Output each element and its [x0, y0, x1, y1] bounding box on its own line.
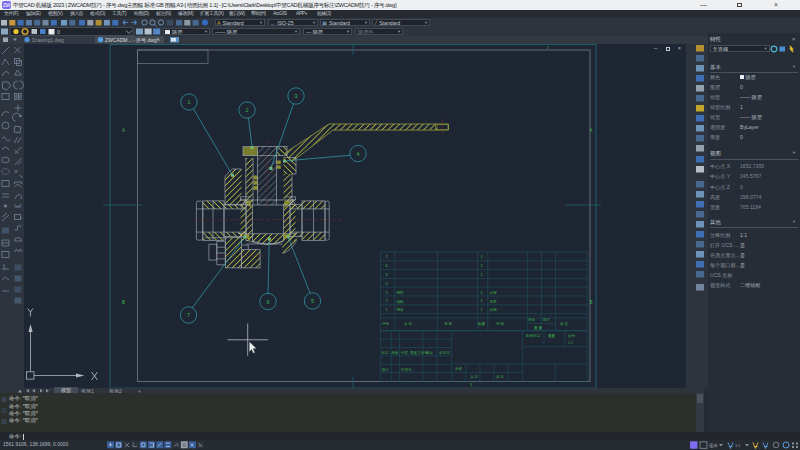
svg-text:1: 1 — [385, 307, 388, 312]
svg-text:阶段标记: 阶段标记 — [526, 332, 541, 337]
svg-text:备 注: 备 注 — [560, 320, 569, 325]
svg-text:分区: 分区 — [401, 351, 409, 355]
svg-text:5: 5 — [385, 272, 388, 277]
svg-text:单件: 单件 — [528, 318, 536, 322]
svg-text:数量: 数量 — [478, 321, 486, 325]
svg-text:Drawing1.dwg: Drawing1.dwg — [32, 37, 64, 43]
svg-text:批准: 批准 — [455, 367, 463, 371]
svg-text:重量: 重量 — [548, 332, 556, 337]
svg-text:ZWCADM... - 序号.dwg*: ZWCADM... - 序号.dwg* — [105, 37, 159, 44]
svg-text:重 量: 重 量 — [534, 324, 543, 329]
svg-text:2: 2 — [546, 45, 549, 50]
svg-text:1:1: 1:1 — [568, 341, 573, 345]
svg-text:第 张: 第 张 — [496, 374, 505, 378]
svg-text:1: 1 — [480, 289, 483, 294]
svg-text:×: × — [157, 37, 160, 43]
svg-text:规 格: 规 格 — [444, 320, 453, 325]
svg-text:填料: 填料 — [395, 299, 404, 303]
svg-text:设计: 设计 — [381, 366, 389, 371]
svg-text:2: 2 — [385, 298, 388, 303]
svg-text:5: 5 — [311, 298, 314, 304]
svg-text:总计: 总计 — [541, 318, 550, 322]
svg-text:标准化: 标准化 — [400, 366, 412, 371]
svg-text:3: 3 — [294, 93, 297, 99]
svg-text:1: 1 — [480, 263, 483, 268]
svg-text:共 张: 共 张 — [470, 374, 479, 378]
svg-text:7: 7 — [187, 312, 190, 318]
svg-text:A: A — [122, 127, 125, 132]
svg-text:B: B — [122, 300, 125, 305]
svg-text:黄铜: 黄铜 — [489, 289, 497, 294]
svg-text:阀杆: 阀杆 — [396, 290, 404, 294]
svg-text:1: 1 — [480, 307, 483, 312]
svg-text:毫米: 毫米 — [709, 443, 719, 448]
svg-text:序号: 序号 — [382, 320, 390, 325]
svg-text:3: 3 — [385, 289, 388, 294]
svg-text:黄铜: 黄铜 — [489, 307, 497, 312]
svg-text:1: 1 — [480, 272, 483, 277]
svg-text:标记: 标记 — [380, 350, 389, 355]
svg-text:6: 6 — [266, 298, 269, 304]
svg-text:比例: 比例 — [568, 333, 576, 337]
svg-text:1:1: 1:1 — [735, 443, 741, 448]
svg-text:年月日: 年月日 — [439, 351, 450, 355]
svg-text:石墨: 石墨 — [489, 299, 497, 303]
svg-text:1: 1 — [187, 99, 190, 105]
svg-text:0: 0 — [57, 29, 60, 35]
svg-text:名 称: 名 称 — [404, 321, 413, 325]
svg-text:4: 4 — [385, 280, 388, 285]
svg-text:签名: 签名 — [426, 351, 433, 355]
svg-text:A: A — [589, 127, 592, 132]
svg-text:1: 1 — [480, 254, 483, 259]
svg-text:2: 2 — [245, 107, 248, 113]
svg-text:3: 3 — [470, 383, 472, 387]
svg-text:4: 4 — [356, 150, 359, 156]
svg-text:1: 1 — [480, 298, 483, 303]
svg-text:阀体: 阀体 — [396, 308, 404, 312]
svg-text:材 料: 材 料 — [496, 321, 505, 325]
svg-text:6: 6 — [385, 263, 388, 268]
svg-text:7: 7 — [385, 254, 388, 259]
svg-text:处数: 处数 — [391, 350, 399, 355]
svg-text:B: B — [589, 300, 592, 305]
